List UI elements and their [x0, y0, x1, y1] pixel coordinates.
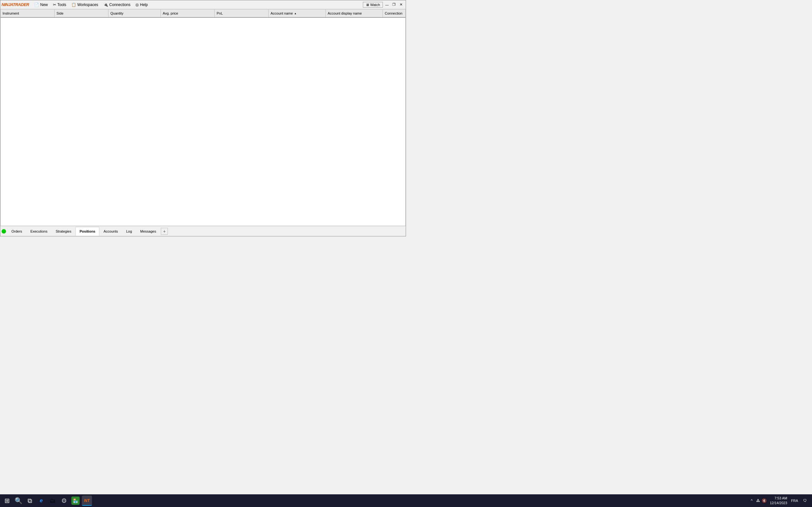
connection-status-dot — [2, 229, 6, 233]
tab-orders[interactable]: Orders — [7, 227, 26, 236]
col-header-side[interactable]: Side — [55, 9, 108, 17]
watch-button[interactable]: 🖥 Watch — [363, 2, 383, 8]
col-header-account-name[interactable]: Account name ▲ — [269, 9, 326, 17]
tab-log[interactable]: Log — [122, 227, 136, 236]
table-header: Instrument Side Quantity Avg. price PnL … — [1, 9, 405, 18]
menu-connections[interactable]: 🔌 Connections — [101, 0, 133, 9]
tools-icon: ✂ — [53, 3, 56, 7]
help-icon: ◎ — [136, 3, 139, 7]
col-header-quantity[interactable]: Quantity — [108, 9, 161, 17]
window-controls: 🖥 Watch — ❐ ✕ — [363, 2, 404, 8]
col-header-avg-price[interactable]: Avg. price — [161, 9, 215, 17]
col-header-pnl[interactable]: PnL — [215, 9, 269, 17]
col-header-connection[interactable]: Connection — [383, 9, 405, 17]
close-button[interactable]: ✕ — [397, 2, 404, 8]
tab-accounts[interactable]: Accounts — [99, 227, 122, 236]
app-logo: NINJATRADER — [2, 2, 29, 7]
watch-icon: 🖥 — [366, 3, 369, 7]
tab-strategies[interactable]: Strategies — [51, 227, 75, 236]
menu-bar: NINJATRADER 📄 New ✂ Tools 📋 Workspaces 🔌… — [0, 0, 406, 9]
minimize-button[interactable]: — — [384, 2, 391, 8]
col-header-account-display[interactable]: Account display name — [326, 9, 383, 17]
tab-executions[interactable]: Executions — [26, 227, 52, 236]
tab-bar: Orders Executions Strategies Positions A… — [0, 226, 406, 236]
menu-workspaces[interactable]: 📋 Workspaces — [69, 0, 101, 9]
workspaces-icon: 📋 — [71, 3, 76, 7]
main-content: Instrument Side Quantity Avg. price PnL … — [0, 9, 406, 226]
restore-button[interactable]: ❐ — [391, 2, 397, 8]
menu-help[interactable]: ◎ Help — [133, 0, 150, 9]
sort-asc-icon: ▲ — [294, 12, 297, 15]
col-header-instrument[interactable]: Instrument — [1, 9, 55, 17]
new-icon: 📄 — [34, 3, 39, 7]
menu-tools[interactable]: ✂ Tools — [50, 0, 69, 9]
menu-new[interactable]: 📄 New — [32, 0, 50, 9]
tab-messages[interactable]: Messages — [136, 227, 160, 236]
add-tab-button[interactable]: + — [161, 228, 168, 235]
table-body — [1, 18, 405, 226]
connections-icon: 🔌 — [103, 3, 108, 7]
tab-positions[interactable]: Positions — [75, 227, 100, 236]
